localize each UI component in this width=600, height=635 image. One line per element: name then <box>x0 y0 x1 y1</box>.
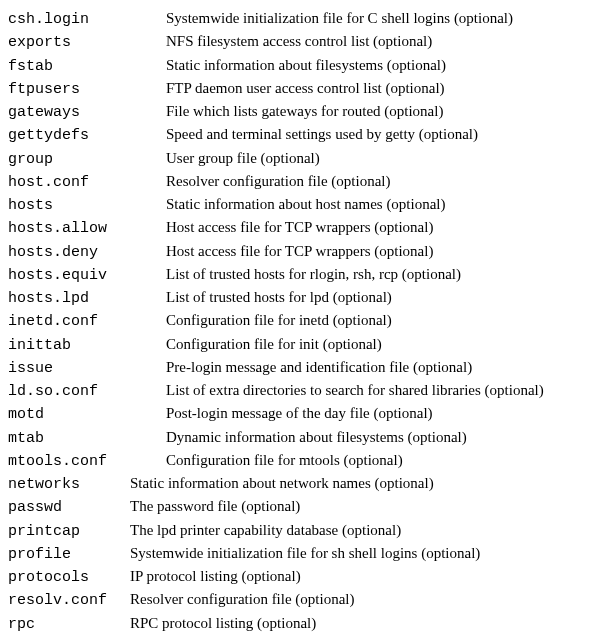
file-entry: hosts.allowHost access file for TCP wrap… <box>8 217 592 239</box>
file-entry: csh.loginSystemwide initialization file … <box>8 8 592 30</box>
file-name: inetd.conf <box>8 312 166 332</box>
file-name: fstab <box>8 57 166 77</box>
file-entry: profileSystemwide initialization file fo… <box>8 543 592 565</box>
file-description: Post-login message of the day file (opti… <box>166 403 592 423</box>
file-description: List of trusted hosts for lpd (optional) <box>166 287 592 307</box>
file-entry: passwdThe password file (optional) <box>8 496 592 518</box>
file-entry: fstabStatic information about filesystem… <box>8 55 592 77</box>
file-entry: ftpusersFTP daemon user access control l… <box>8 78 592 100</box>
file-description: Resolver configuration file (optional) <box>130 589 592 609</box>
file-name: passwd <box>8 498 130 518</box>
file-name: host.conf <box>8 173 166 193</box>
file-description: FTP daemon user access control list (opt… <box>166 78 592 98</box>
file-entry: groupUser group file (optional) <box>8 148 592 170</box>
file-entry: hosts.equivList of trusted hosts for rlo… <box>8 264 592 286</box>
file-entry: motdPost-login message of the day file (… <box>8 403 592 425</box>
file-name: exports <box>8 33 166 53</box>
file-description: Static information about filesystems (op… <box>166 55 592 75</box>
file-description: List of extra directories to search for … <box>166 380 592 400</box>
file-description: Host access file for TCP wrappers (optio… <box>166 241 592 261</box>
file-entry: gettydefsSpeed and terminal settings use… <box>8 124 592 146</box>
file-name: hosts.equiv <box>8 266 166 286</box>
file-name: resolv.conf <box>8 591 130 611</box>
file-entry: rpcRPC protocol listing (optional) <box>8 613 592 635</box>
file-name: gettydefs <box>8 126 166 146</box>
file-entry: resolv.confResolver configuration file (… <box>8 589 592 611</box>
file-name: mtools.conf <box>8 452 166 472</box>
file-entry: hostsStatic information about host names… <box>8 194 592 216</box>
file-description: File which lists gateways for routed (op… <box>166 101 592 121</box>
file-description: Configuration file for init (optional) <box>166 334 592 354</box>
file-description: List of trusted hosts for rlogin, rsh, r… <box>166 264 592 284</box>
file-description: Static information about host names (opt… <box>166 194 592 214</box>
file-name: profile <box>8 545 130 565</box>
file-name: hosts <box>8 196 166 216</box>
file-entry: ld.so.confList of extra directories to s… <box>8 380 592 402</box>
file-name: group <box>8 150 166 170</box>
file-description: Systemwide initialization file for C she… <box>166 8 592 28</box>
file-name: gateways <box>8 103 166 123</box>
file-name: ftpusers <box>8 80 166 100</box>
file-entry: exportsNFS filesystem access control lis… <box>8 31 592 53</box>
file-description: The lpd printer capability database (opt… <box>130 520 592 540</box>
file-entry: printcapThe lpd printer capability datab… <box>8 520 592 542</box>
file-entry: networksStatic information about network… <box>8 473 592 495</box>
file-name: inittab <box>8 336 166 356</box>
file-name: protocols <box>8 568 130 588</box>
file-name: networks <box>8 475 130 495</box>
file-entry: inetd.confConfiguration file for inetd (… <box>8 310 592 332</box>
file-entry: hosts.denyHost access file for TCP wrapp… <box>8 241 592 263</box>
file-description: Pre-login message and identification fil… <box>166 357 592 377</box>
file-name: issue <box>8 359 166 379</box>
file-description: Systemwide initialization file for sh sh… <box>130 543 592 563</box>
file-description: Static information about network names (… <box>130 473 592 493</box>
file-description: Configuration file for inetd (optional) <box>166 310 592 330</box>
file-description: User group file (optional) <box>166 148 592 168</box>
file-name: motd <box>8 405 166 425</box>
file-name: rpc <box>8 615 130 635</box>
file-name: printcap <box>8 522 130 542</box>
file-description: NFS filesystem access control list (opti… <box>166 31 592 51</box>
file-description: IP protocol listing (optional) <box>130 566 592 586</box>
file-entry: hosts.lpdList of trusted hosts for lpd (… <box>8 287 592 309</box>
file-name: hosts.deny <box>8 243 166 263</box>
file-entry: issuePre-login message and identificatio… <box>8 357 592 379</box>
file-description: Resolver configuration file (optional) <box>166 171 592 191</box>
file-entry: inittabConfiguration file for init (opti… <box>8 334 592 356</box>
file-description: Speed and terminal settings used by gett… <box>166 124 592 144</box>
file-description: Dynamic information about filesystems (o… <box>166 427 592 447</box>
file-entry: mtabDynamic information about filesystem… <box>8 427 592 449</box>
file-name: hosts.allow <box>8 219 166 239</box>
file-description: The password file (optional) <box>130 496 592 516</box>
file-name: mtab <box>8 429 166 449</box>
file-description: RPC protocol listing (optional) <box>130 613 592 633</box>
file-entry: mtools.confConfiguration file for mtools… <box>8 450 592 472</box>
file-description: Host access file for TCP wrappers (optio… <box>166 217 592 237</box>
file-name: ld.so.conf <box>8 382 166 402</box>
file-entry: gatewaysFile which lists gateways for ro… <box>8 101 592 123</box>
file-entry: host.confResolver configuration file (op… <box>8 171 592 193</box>
file-name: hosts.lpd <box>8 289 166 309</box>
file-name: csh.login <box>8 10 166 30</box>
file-description: Configuration file for mtools (optional) <box>166 450 592 470</box>
file-list: csh.loginSystemwide initialization file … <box>8 8 592 635</box>
file-entry: protocolsIP protocol listing (optional) <box>8 566 592 588</box>
